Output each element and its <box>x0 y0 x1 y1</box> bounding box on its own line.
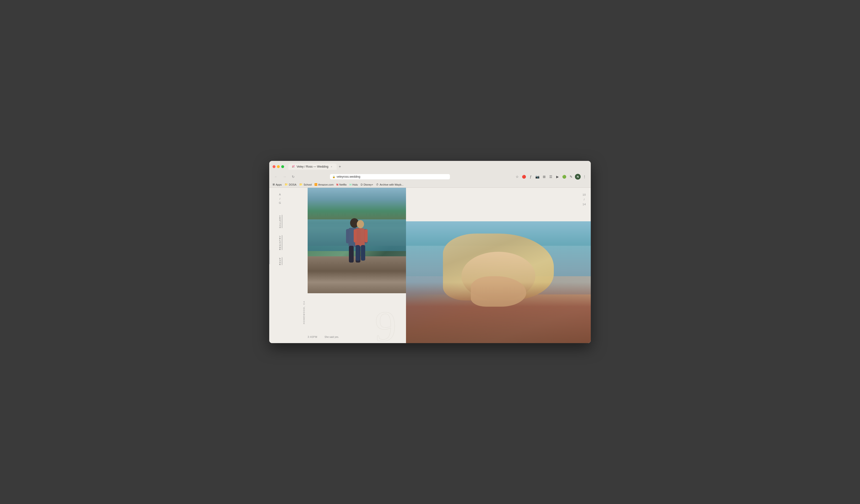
couple-figures <box>341 216 372 264</box>
tab-favicon: 💒 <box>292 165 295 168</box>
extension-icon-5[interactable]: ☰ <box>548 174 554 180</box>
left-sidebar: A / G GALLERY REGISTRY RSVP <box>269 188 291 343</box>
archive-icon: ⏱ <box>376 183 379 186</box>
disney-icon: D <box>361 183 362 186</box>
reload-button[interactable]: ↻ <box>290 173 297 180</box>
bookmark-dosa-label: DOSA <box>289 183 296 186</box>
extension-icon-7[interactable]: 🟢 <box>561 174 567 180</box>
photo-woman <box>406 221 591 343</box>
bookmark-archive[interactable]: ⏱ Archive with Wayb... <box>376 183 403 186</box>
bookmark-school-label: School <box>303 183 312 186</box>
bookmark-netflix[interactable]: N Netflix <box>336 183 347 186</box>
location-text: HOMEWOOD, CA <box>303 301 305 324</box>
bookmark-hulu[interactable]: H Hulu <box>349 183 358 186</box>
bookmark-amazon-label: Amazon.com <box>318 183 333 186</box>
extension-icon-2[interactable]: ƒ <box>528 174 534 180</box>
bookmark-apps-label: Apps <box>276 183 282 186</box>
bookmarks-bar: ⊞ Apps 📁 DOSA 📁 School 🅰 Amazon.com N Ne… <box>269 182 591 188</box>
time-text: 3:40PM <box>307 336 317 338</box>
monogram-slash: / <box>280 197 281 200</box>
folder-icon-school: 📁 <box>299 183 303 186</box>
back-button[interactable]: ← <box>273 173 279 180</box>
photo-couple <box>307 188 406 293</box>
bookmark-amazon[interactable]: 🅰 Amazon.com <box>315 183 333 186</box>
minimize-button[interactable] <box>277 165 280 168</box>
svg-point-6 <box>357 220 364 228</box>
tab-title: Veley / Ross — Wedding <box>297 165 329 168</box>
url-text: veleyross.wedding <box>336 175 360 178</box>
hulu-icon: H <box>349 183 352 186</box>
bookmark-archive-label: Archive with Wayb... <box>379 183 403 186</box>
svg-rect-8 <box>354 229 357 242</box>
bookmark-apps[interactable]: ⊞ Apps <box>273 183 282 186</box>
new-tab-button[interactable]: + <box>336 163 343 170</box>
extension-icon-8[interactable]: ✎ <box>568 174 574 180</box>
apps-icon: ⊞ <box>273 183 275 186</box>
info-area: 3:40PM She said yes. <box>307 336 339 338</box>
svg-rect-4 <box>349 246 354 263</box>
number-decoration: 9 <box>363 305 425 343</box>
title-bar: 💒 Veley / Ross — Wedding × + <box>269 161 591 172</box>
monogram-g: G <box>279 202 281 204</box>
profile-icon[interactable]: N <box>575 174 581 180</box>
number-svg: 9 <box>363 305 425 343</box>
extension-icon-3[interactable]: 📷 <box>535 174 540 180</box>
bookmark-netflix-label: Netflix <box>339 183 347 186</box>
caption-text: She said yes. <box>325 336 339 338</box>
nav-links: GALLERY REGISTRY RSVP <box>279 215 281 265</box>
bookmark-hulu-label: Hulu <box>353 183 358 186</box>
extension-icon-4[interactable]: ⊞ <box>541 174 547 180</box>
lock-icon: 🔒 <box>332 176 335 178</box>
photo-woman-scene <box>406 221 591 343</box>
netflix-icon: N <box>336 183 338 186</box>
extension-icon-6[interactable]: ▶ <box>555 174 560 180</box>
photo-couple-scene <box>307 188 406 293</box>
svg-text:9: 9 <box>375 305 397 343</box>
nav-registry[interactable]: REGISTRY <box>279 235 281 250</box>
active-tab[interactable]: 💒 Veley / Ross — Wedding × <box>288 164 336 170</box>
extension-icon-1[interactable]: 🔴 <box>521 174 527 180</box>
browser-window: 💒 Veley / Ross — Wedding × + ← → ↻ 🔒 vel… <box>269 161 591 343</box>
svg-rect-2 <box>346 229 349 243</box>
bookmark-disney-label: Disney+ <box>363 183 373 186</box>
bookmark-dosa[interactable]: 📁 DOSA <box>285 183 296 186</box>
amazon-icon: 🅰 <box>315 183 317 186</box>
svg-rect-11 <box>361 245 365 261</box>
address-bar-row: ← → ↻ 🔒 veleyross.wedding ☆ 🔴 ƒ 📷 ⊞ ☰ ▶ … <box>269 172 591 182</box>
monogram: A / G <box>279 193 281 205</box>
date-separator: / <box>584 198 585 201</box>
svg-rect-10 <box>356 245 360 261</box>
bookmark-disney[interactable]: D Disney+ <box>361 183 373 186</box>
address-bar[interactable]: 🔒 veleyross.wedding <box>330 174 450 179</box>
forward-button[interactable]: → <box>281 173 288 180</box>
close-button[interactable] <box>273 165 275 168</box>
tab-close-button[interactable]: × <box>330 165 333 168</box>
folder-icon-dosa: 📁 <box>285 183 288 186</box>
more-options-button[interactable]: ⋮ <box>582 174 587 180</box>
traffic-lights <box>273 165 284 168</box>
gallery-area: 10 / 14 3:40PM She said yes. 9 HOMEWOOD,… <box>291 188 591 343</box>
date-month: 10 <box>583 193 586 196</box>
monogram-a: A <box>279 193 281 196</box>
toolbar-icons: ☆ 🔴 ƒ 📷 ⊞ ☰ ▶ 🟢 ✎ N ⋮ <box>515 174 587 180</box>
maximize-button[interactable] <box>281 165 284 168</box>
bookmark-star-icon[interactable]: ☆ <box>515 174 520 180</box>
browser-content: A / G GALLERY REGISTRY RSVP <box>269 188 591 343</box>
date-display: 10 / 14 <box>583 193 586 207</box>
svg-rect-9 <box>365 229 368 242</box>
nav-rsvp[interactable]: RSVP <box>279 257 281 265</box>
nav-gallery[interactable]: GALLERY <box>279 215 281 228</box>
tabs-area: 💒 Veley / Ross — Wedding × + <box>288 163 587 170</box>
date-day: 14 <box>583 203 586 206</box>
bookmark-school[interactable]: 📁 School <box>299 183 312 186</box>
